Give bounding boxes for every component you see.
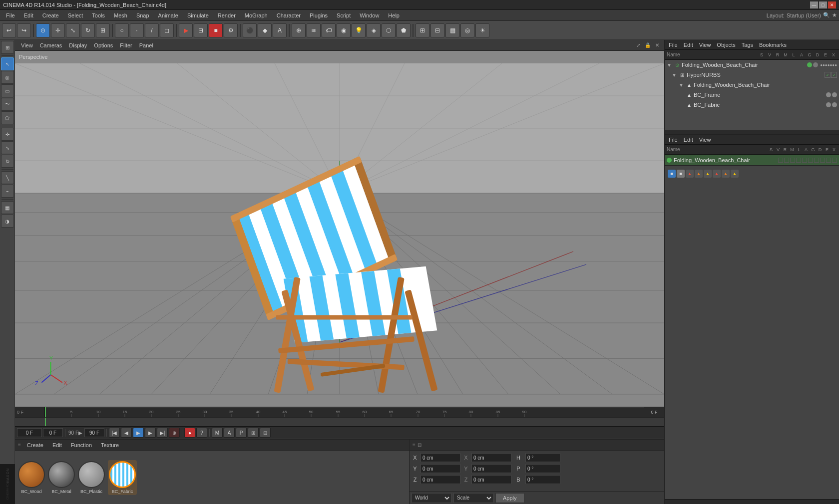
om-row-bc-frame[interactable]: ▲ BC_Frame	[665, 90, 839, 100]
om-row-chair[interactable]: ▼ ▲ Folding_Wooden_Beach_Chair	[665, 80, 839, 90]
close-button[interactable]: ✕	[828, 1, 836, 8]
menu-snap[interactable]: Snap	[132, 11, 153, 19]
end-frame-input[interactable]	[84, 428, 104, 437]
menu-window[interactable]: Window	[356, 11, 383, 19]
undo-button[interactable]: ↩	[2, 23, 16, 37]
attr-menu-view[interactable]: View	[697, 137, 713, 143]
selection-tool[interactable]: ⊙	[36, 23, 50, 37]
attr-menu-file[interactable]: File	[667, 137, 680, 143]
menu-character[interactable]: Character	[273, 11, 305, 19]
add-light[interactable]: 💡	[352, 23, 366, 37]
lt-perspective[interactable]: ⊞	[1, 41, 14, 54]
maximize-button[interactable]: □	[819, 1, 827, 8]
record-all-button[interactable]: ⊕	[169, 428, 180, 438]
coord-x-input[interactable]	[420, 453, 460, 462]
timeline-extra[interactable]: ⊟	[260, 428, 271, 438]
lt-magnet[interactable]: ⌁	[1, 185, 14, 198]
menu-help[interactable]: Help	[384, 11, 404, 19]
lt-rect-sel[interactable]: ▭	[1, 84, 14, 97]
rotate-tool[interactable]: ↻	[81, 23, 95, 37]
light-tool[interactable]: ☀	[475, 23, 489, 37]
om-menu-objects[interactable]: Objects	[715, 42, 737, 48]
coord-y-input[interactable]	[420, 464, 460, 473]
play-button[interactable]: ▶	[133, 428, 144, 438]
material-bc-wood[interactable]: BC_Wood	[18, 461, 45, 494]
lt-free-sel[interactable]: 〜	[1, 98, 14, 111]
add-deformer[interactable]: ≋	[307, 23, 321, 37]
add-sky[interactable]: ⬟	[397, 23, 411, 37]
menu-simulate[interactable]: Simulate	[183, 11, 213, 19]
om-menu-bookmarks[interactable]: Bookmarks	[757, 42, 789, 48]
key-all-button[interactable]: ?	[196, 428, 207, 438]
auto-key-button[interactable]: ●	[184, 428, 195, 438]
vp-menu-cameras[interactable]: Cameras	[37, 41, 65, 49]
mat-menu-function[interactable]: Function	[68, 441, 95, 449]
vp-expand-icon[interactable]: ⤢	[634, 41, 642, 49]
point-mode[interactable]: ·	[130, 23, 144, 37]
stereo-tool[interactable]: ◎	[460, 23, 474, 37]
edge-mode[interactable]: /	[145, 23, 159, 37]
om-row-hypernurbs[interactable]: ▼ ⊞ HyperNURBS ✓ ✓	[665, 70, 839, 80]
lt-rotate[interactable]: ↻	[1, 155, 14, 168]
coord-z2-input[interactable]	[471, 475, 511, 484]
lt-poly-sel[interactable]: ⬠	[1, 111, 14, 124]
apply-button[interactable]: Apply	[495, 493, 524, 503]
anticipate-mode[interactable]: A	[224, 428, 235, 438]
lt-move[interactable]: ✛	[1, 128, 14, 141]
vp-menu-panel[interactable]: Panel	[136, 41, 156, 49]
lt-live-sel[interactable]: ◎	[1, 71, 14, 84]
menu-mesh[interactable]: Mesh	[110, 11, 131, 19]
timeline-track[interactable]	[15, 417, 664, 426]
vp-menu-filter[interactable]: Filter	[117, 41, 135, 49]
snap-enable[interactable]: ⊞	[416, 23, 429, 37]
material-bc-fabric[interactable]: BC_Fabric	[108, 460, 137, 495]
prev-frame-button[interactable]: ◀	[121, 428, 132, 438]
coord-p-input[interactable]	[525, 464, 560, 473]
mat-menu-create[interactable]: Create	[24, 441, 46, 449]
render-preview[interactable]: ▶	[179, 23, 193, 37]
coord-h-input[interactable]	[525, 453, 560, 462]
current-frame-input[interactable]	[17, 428, 42, 437]
coord-z-input[interactable]	[420, 475, 460, 484]
material-bc-metal[interactable]: BC_Metal	[48, 461, 75, 494]
object-mode[interactable]: ○	[115, 23, 129, 37]
search-icon[interactable]: 🔍	[823, 12, 830, 18]
menu-plugins[interactable]: Plugins	[306, 11, 332, 19]
menu-select[interactable]: Select	[64, 11, 87, 19]
mat-menu-texture[interactable]: Texture	[98, 441, 122, 449]
lt-scale[interactable]: ⤡	[1, 141, 14, 154]
om-menu-view[interactable]: View	[697, 42, 713, 48]
window-controls[interactable]: — □ ✕	[810, 1, 836, 8]
bookmark-icon[interactable]: ★	[832, 12, 837, 18]
vp-menu-view[interactable]: View	[18, 41, 36, 49]
render-settings[interactable]: ⚙	[224, 23, 238, 37]
vp-lock-icon[interactable]: 🔒	[644, 41, 652, 49]
om-menu-edit[interactable]: Edit	[682, 42, 695, 48]
render-region[interactable]: ⊟	[194, 23, 208, 37]
animation-record[interactable]: ⚫	[243, 23, 257, 37]
minimize-button[interactable]: —	[810, 1, 818, 8]
move-tool[interactable]: ✛	[51, 23, 65, 37]
om-scrollbar[interactable]	[665, 130, 839, 134]
ikinema-mode[interactable]: P	[236, 428, 247, 438]
snap-quantize[interactable]: ⊟	[430, 23, 444, 37]
ik-mode[interactable]: ⊞	[248, 428, 259, 438]
add-xref[interactable]: ⬡	[382, 23, 396, 37]
menu-animate[interactable]: Animate	[154, 11, 182, 19]
vp-close-icon[interactable]: ✕	[653, 41, 661, 49]
coord-y2-input[interactable]	[471, 464, 511, 473]
menu-tools[interactable]: Tools	[88, 11, 109, 19]
add-camera[interactable]: ◈	[367, 23, 381, 37]
menu-file[interactable]: File	[2, 11, 19, 19]
floor-tool[interactable]: ▦	[445, 23, 459, 37]
transform-tool[interactable]: ⊞	[96, 23, 110, 37]
goto-end-button[interactable]: ▶|	[157, 428, 168, 438]
menu-mograph[interactable]: MoGraph	[241, 11, 272, 19]
scale-tool[interactable]: ⤡	[66, 23, 80, 37]
lt-knife[interactable]: ╲	[1, 171, 14, 184]
coord-b-input[interactable]	[525, 475, 560, 484]
material-bc-plastic[interactable]: BC_Plastic	[78, 461, 105, 494]
viewport-canvas[interactable]: Perspective	[15, 51, 664, 407]
menu-script[interactable]: Script	[333, 11, 355, 19]
menu-create[interactable]: Create	[38, 11, 63, 19]
